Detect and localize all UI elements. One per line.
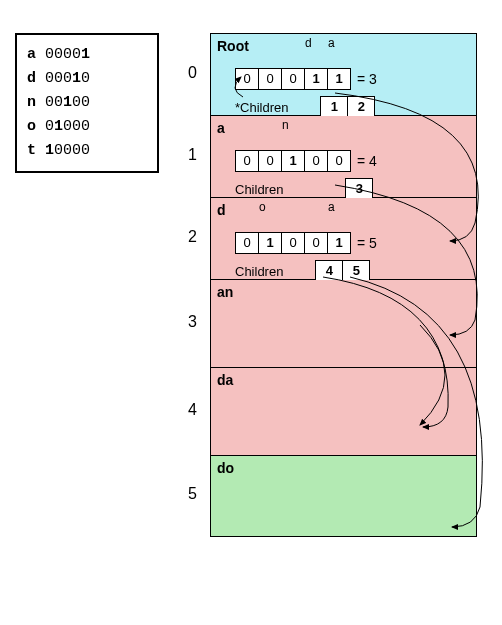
legend-row: o 01000 <box>27 115 147 139</box>
diagram-root: a 00001d 00010n 00100o 01000t 10000 0123… <box>15 15 487 610</box>
index-label: 5 <box>177 485 197 503</box>
child-cell: 1 <box>321 97 348 117</box>
bits-cells: 00011 <box>235 68 351 90</box>
children-label: Children <box>235 264 283 279</box>
bit-header: o <box>259 200 266 214</box>
node-column: Rootda00011= 3*Children12an00100= 4Child… <box>210 33 477 537</box>
node-an: an <box>211 280 476 368</box>
bit-cell: 0 <box>236 233 259 253</box>
legend-row: t 10000 <box>27 139 147 163</box>
bit-cell: 0 <box>305 151 328 171</box>
child-cell: 2 <box>348 97 374 117</box>
node-root: Rootda00011= 3*Children12 <box>211 34 476 116</box>
bits-cells: 01001 <box>235 232 351 254</box>
legend-row: d 00010 <box>27 67 147 91</box>
bit-cell: 0 <box>236 69 259 89</box>
bit-cell: 0 <box>282 69 305 89</box>
bit-header: d <box>305 36 312 50</box>
index-label: 2 <box>177 228 197 246</box>
bit-cell: 0 <box>259 151 282 171</box>
bit-header: a <box>328 200 335 214</box>
bits-sum: = 5 <box>357 235 377 251</box>
children-row: *Children12 <box>235 96 470 118</box>
child-cell: 3 <box>346 179 372 199</box>
bit-cell: 0 <box>282 233 305 253</box>
index-label: 3 <box>177 313 197 331</box>
legend-row: a 00001 <box>27 43 147 67</box>
bit-header: n <box>282 118 289 132</box>
children-cells: 45 <box>315 260 370 282</box>
legend-row: n 00100 <box>27 91 147 115</box>
node-title: a <box>217 120 470 136</box>
index-label: 1 <box>177 146 197 164</box>
children-cells: 12 <box>320 96 375 118</box>
children-label: Children <box>235 182 283 197</box>
bit-header: a <box>328 36 335 50</box>
bits-row: 00011= 3 <box>235 68 470 90</box>
node-title: d <box>217 202 470 218</box>
node-title: an <box>217 284 470 300</box>
node-d: doa01001= 5Children45 <box>211 198 476 280</box>
children-row: Children45 <box>235 260 470 282</box>
node-title: da <box>217 372 470 388</box>
child-cell: 4 <box>316 261 343 281</box>
bits-row: 00100= 4 <box>235 150 470 172</box>
node-da: da <box>211 368 476 456</box>
index-label: 4 <box>177 401 197 419</box>
bit-cell: 1 <box>328 233 350 253</box>
bit-cell: 1 <box>328 69 350 89</box>
bit-cell: 0 <box>259 69 282 89</box>
bits-row: 01001= 5 <box>235 232 470 254</box>
children-cells: 3 <box>345 178 373 200</box>
bits-sum: = 3 <box>357 71 377 87</box>
children-row: Children3 <box>235 178 470 200</box>
child-cell: 5 <box>343 261 369 281</box>
bit-cell: 0 <box>236 151 259 171</box>
bits-sum: = 4 <box>357 153 377 169</box>
bit-cell: 1 <box>305 69 328 89</box>
children-label: *Children <box>235 100 288 115</box>
bit-cell: 0 <box>305 233 328 253</box>
bit-cell: 1 <box>282 151 305 171</box>
index-label: 0 <box>177 64 197 82</box>
bits-cells: 00100 <box>235 150 351 172</box>
node-do: do <box>211 456 476 536</box>
legend-box: a 00001d 00010n 00100o 01000t 10000 <box>15 33 159 173</box>
bit-cell: 1 <box>259 233 282 253</box>
bit-cell: 0 <box>328 151 350 171</box>
node-a: an00100= 4Children3 <box>211 116 476 198</box>
node-title: Root <box>217 38 470 54</box>
node-title: do <box>217 460 470 476</box>
